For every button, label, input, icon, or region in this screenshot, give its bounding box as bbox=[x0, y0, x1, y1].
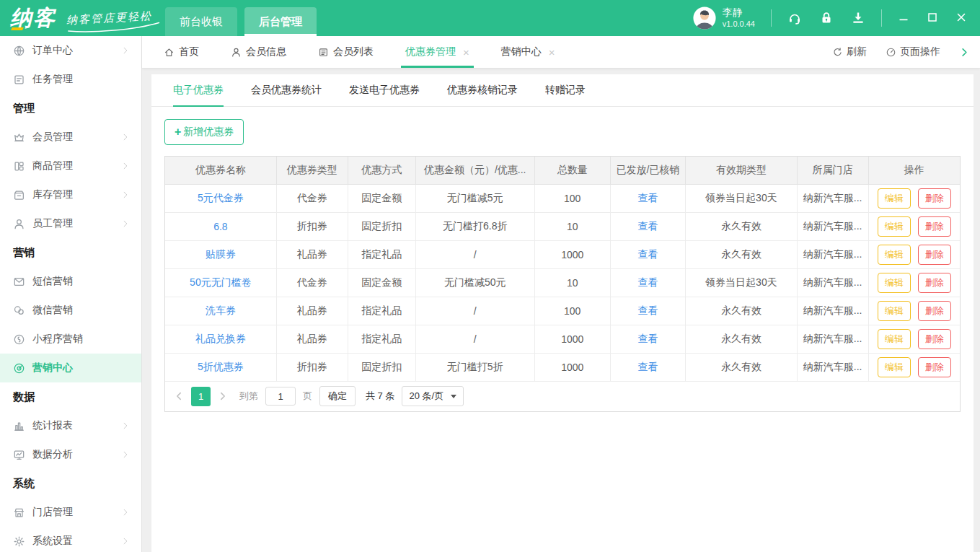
validity-type-cell: 永久有效 bbox=[686, 240, 797, 268]
sidebar-item-wechat-marketing[interactable]: 微信营销 bbox=[0, 296, 141, 325]
subtab-transfer-records[interactable]: 转赠记录 bbox=[545, 74, 586, 106]
edit-button[interactable]: 编辑 bbox=[878, 301, 911, 321]
view-issued-link[interactable]: 查看 bbox=[637, 192, 658, 203]
sidebar-item-staff-management[interactable]: 员工管理 bbox=[0, 209, 141, 238]
sidebar-item-marketing-center[interactable]: 营销中心 bbox=[0, 354, 141, 382]
goto-page-input[interactable] bbox=[265, 387, 296, 406]
order-center-icon bbox=[13, 45, 25, 57]
per-page-select[interactable]: 20 条/页 bbox=[402, 386, 464, 406]
sidebar-item-order-center[interactable]: 订单中心 bbox=[0, 36, 141, 65]
edit-button[interactable]: 编辑 bbox=[878, 188, 911, 209]
coupon-type-cell: 礼品券 bbox=[276, 297, 348, 325]
top-nav-backend-management[interactable]: 后台管理 bbox=[244, 7, 317, 36]
subtab-send-e-coupon[interactable]: 发送电子优惠券 bbox=[349, 74, 420, 106]
user-block[interactable]: 李静 v1.0.0.44 bbox=[692, 6, 755, 30]
sidebar-item-inventory-management[interactable]: 库存管理 bbox=[0, 180, 141, 209]
header-divider bbox=[881, 9, 882, 27]
edit-button[interactable]: 编辑 bbox=[878, 273, 911, 293]
main-content: 首页会员信息会员列表优惠券管理×营销中心× 刷新 页面操作 电子优惠券会员优惠券… bbox=[142, 36, 980, 552]
sidebar-item-stats-report[interactable]: 统计报表 bbox=[0, 411, 141, 440]
sidebar-item-task-management[interactable]: 任务管理 bbox=[0, 65, 141, 94]
view-issued-link[interactable]: 查看 bbox=[637, 305, 658, 316]
delete-button[interactable]: 删除 bbox=[918, 216, 951, 237]
discount-amount-cell: / bbox=[415, 325, 534, 353]
sidebar-item-miniprogram-marketing[interactable]: 小程序营销 bbox=[0, 325, 141, 354]
sidebar-item-sms-marketing[interactable]: 短信营销 bbox=[0, 267, 141, 296]
table-row: 5元代金券代金券固定金额无门槛减5元100查看领券当日起30天纳新汽车服...编… bbox=[165, 184, 960, 212]
table-row: 6.8折扣券固定折扣无门槛打6.8折10查看永久有效纳新汽车服...编辑删除 bbox=[165, 212, 960, 240]
column-header: 所属门店 bbox=[797, 157, 868, 184]
subtab-member-coupon-stats[interactable]: 会员优惠券统计 bbox=[251, 74, 322, 106]
view-issued-link[interactable]: 查看 bbox=[637, 333, 658, 344]
sidebar-item-member-management[interactable]: 会员管理 bbox=[0, 123, 141, 152]
close-button[interactable] bbox=[955, 12, 967, 25]
brand-area: 纳客 纳客管店更轻松 bbox=[0, 0, 159, 36]
next-page-icon[interactable] bbox=[218, 391, 228, 401]
sidebar-item-data-analysis[interactable]: 数据分析 bbox=[0, 440, 141, 469]
miniprogram-icon bbox=[13, 333, 25, 346]
coupon-name-link[interactable]: 6.8 bbox=[213, 221, 227, 232]
sidebar-item-system-settings[interactable]: 系统设置 bbox=[0, 527, 141, 552]
prev-page-icon[interactable] bbox=[174, 391, 184, 401]
edit-button[interactable]: 编辑 bbox=[878, 245, 911, 265]
delete-button[interactable]: 删除 bbox=[918, 329, 951, 349]
chevron-right-icon bbox=[121, 421, 130, 430]
total-quantity-cell: 1000 bbox=[534, 240, 610, 268]
view-issued-link[interactable]: 查看 bbox=[637, 248, 658, 260]
sidebar-item-goods-management[interactable]: 商品管理 bbox=[0, 152, 141, 180]
coupon-name-link[interactable]: 洗车券 bbox=[206, 305, 236, 316]
maximize-button[interactable] bbox=[927, 12, 938, 25]
sms-icon bbox=[13, 276, 25, 288]
list-icon bbox=[318, 47, 329, 58]
delete-button[interactable]: 删除 bbox=[918, 301, 951, 321]
minimize-button[interactable] bbox=[898, 12, 909, 25]
page-operations-button[interactable]: 页面操作 bbox=[886, 45, 940, 58]
column-header: 优惠券名称 bbox=[165, 157, 276, 184]
subtab-coupon-verify-records[interactable]: 优惠券核销记录 bbox=[447, 74, 518, 106]
edit-button[interactable]: 编辑 bbox=[878, 357, 911, 377]
close-tab-icon[interactable]: × bbox=[463, 46, 469, 58]
refresh-button[interactable]: 刷新 bbox=[832, 45, 867, 58]
delete-button[interactable]: 删除 bbox=[918, 245, 951, 265]
sidebar-item-store-management[interactable]: 门店管理 bbox=[0, 498, 141, 527]
validity-type-cell: 永久有效 bbox=[686, 297, 797, 325]
coupon-name-link[interactable]: 5折优惠券 bbox=[198, 361, 244, 372]
coupon-type-cell: 礼品券 bbox=[276, 325, 348, 353]
coupon-name-link[interactable]: 礼品兑换券 bbox=[195, 333, 246, 344]
coupon-name-link[interactable]: 50元无门槛卷 bbox=[190, 276, 252, 288]
confirm-page-button[interactable]: 确定 bbox=[319, 386, 356, 406]
tab-coupon-management[interactable]: 优惠券管理× bbox=[405, 36, 469, 68]
tab-member-info[interactable]: 会员信息 bbox=[231, 36, 286, 68]
delete-button[interactable]: 删除 bbox=[918, 273, 951, 293]
top-nav-front-cashier[interactable]: 前台收银 bbox=[165, 7, 237, 36]
view-issued-link[interactable]: 查看 bbox=[637, 276, 658, 288]
view-issued-link[interactable]: 查看 bbox=[637, 361, 658, 372]
add-coupon-button[interactable]: + 新增优惠券 bbox=[164, 119, 244, 145]
coupon-name-link[interactable]: 5元代金券 bbox=[198, 192, 244, 203]
coupon-type-cell: 折扣券 bbox=[276, 353, 348, 381]
tab-scroll-right-icon[interactable] bbox=[959, 47, 970, 58]
header-right: 李静 v1.0.0.44 bbox=[692, 0, 980, 36]
tab-member-list[interactable]: 会员列表 bbox=[318, 36, 374, 68]
coupon-type-cell: 折扣券 bbox=[276, 212, 348, 240]
goods-icon bbox=[13, 160, 25, 172]
view-issued-link[interactable]: 查看 bbox=[637, 220, 658, 232]
customer-service-icon[interactable] bbox=[787, 11, 802, 25]
plus-icon: + bbox=[175, 126, 181, 138]
coupon-name-link[interactable]: 贴膜券 bbox=[206, 248, 236, 260]
edit-button[interactable]: 编辑 bbox=[878, 216, 911, 237]
current-page-button[interactable]: 1 bbox=[191, 387, 211, 406]
tab-home[interactable]: 首页 bbox=[164, 36, 199, 68]
tab-marketing-center[interactable]: 营销中心× bbox=[501, 36, 555, 68]
sidebar-section-management: 管理 bbox=[0, 94, 141, 123]
delete-button[interactable]: 删除 bbox=[918, 357, 951, 377]
table-row: 5折优惠券折扣券固定折扣无门槛打5折1000查看永久有效纳新汽车服...编辑删除 bbox=[165, 353, 960, 381]
lock-icon[interactable] bbox=[819, 11, 834, 25]
close-tab-icon[interactable]: × bbox=[549, 46, 555, 58]
stats-icon bbox=[13, 420, 25, 432]
subtab-e-coupon[interactable]: 电子优惠券 bbox=[173, 74, 224, 106]
download-icon[interactable] bbox=[851, 11, 865, 25]
delete-button[interactable]: 删除 bbox=[918, 188, 951, 209]
edit-button[interactable]: 编辑 bbox=[878, 329, 911, 349]
store-cell: 纳新汽车服... bbox=[797, 212, 868, 240]
